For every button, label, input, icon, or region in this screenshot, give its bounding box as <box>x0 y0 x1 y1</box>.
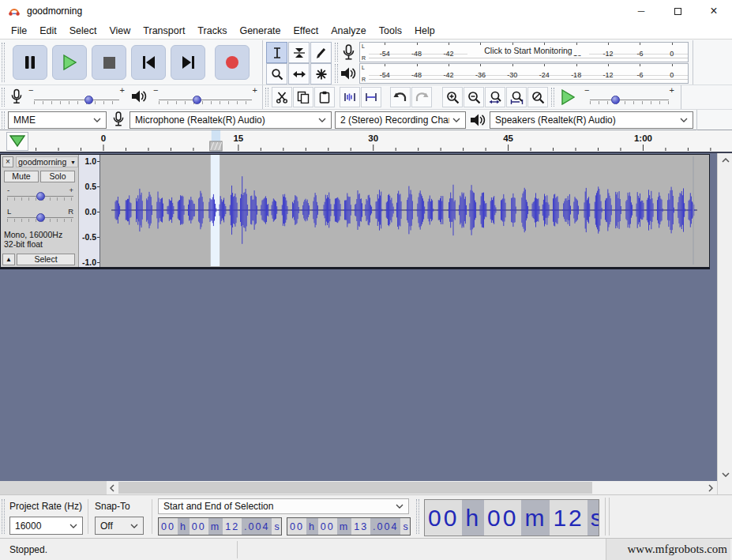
menu-transport[interactable]: Transport <box>137 25 191 36</box>
meter-tick: -30 <box>497 64 528 75</box>
time-shift-tool-button[interactable] <box>288 63 310 85</box>
output-device-combo[interactable]: Speakers (Realtek(R) Audio) <box>490 111 693 129</box>
recording-meter-grip[interactable] <box>335 43 338 62</box>
play-speed-slider[interactable]: −+ <box>584 87 674 107</box>
gain-thumb[interactable] <box>36 192 45 201</box>
trim-audio-button[interactable] <box>340 87 360 107</box>
redo-button[interactable] <box>411 87 432 107</box>
transport-toolbar-grip[interactable] <box>2 43 5 82</box>
zoom-in-button[interactable] <box>442 87 463 107</box>
record-volume-thumb[interactable] <box>84 96 93 104</box>
play-at-speed-grip[interactable] <box>551 88 554 107</box>
menu-tools[interactable]: Tools <box>373 25 408 36</box>
scroll-up-button[interactable] <box>718 153 732 167</box>
input-device-combo[interactable]: Microphone (Realtek(R) Audio) <box>130 111 332 129</box>
pause-button[interactable] <box>13 45 47 80</box>
menu-select[interactable]: Select <box>63 25 103 36</box>
input-channels-combo[interactable]: 2 (Stereo) Recording Chann <box>335 111 466 129</box>
vertical-scrollbar[interactable] <box>717 153 732 481</box>
horizontal-scroll-thumb[interactable] <box>118 482 592 494</box>
paste-button[interactable] <box>314 87 335 107</box>
track-title-menu[interactable]: goodmorning ▼ <box>16 156 78 167</box>
selection-mode-combo[interactable]: Start and End of Selection <box>158 498 409 514</box>
maximize-button[interactable] <box>659 0 696 22</box>
meter-tick: -36 <box>464 64 496 75</box>
playback-meter-grip[interactable] <box>335 64 338 83</box>
envelope-tool-button[interactable] <box>288 42 310 63</box>
multi-tool-button[interactable] <box>310 63 332 85</box>
svg-text:30: 30 <box>368 133 378 143</box>
menu-edit[interactable]: Edit <box>33 25 63 36</box>
playback-volume-slider[interactable]: −+ <box>153 87 257 107</box>
selection-end-time[interactable]: 00h00m13.004s▾ <box>287 517 411 536</box>
chevron-down-icon <box>69 524 77 528</box>
chevron-left-icon <box>110 484 114 492</box>
playback-meter[interactable]: LR -54-48-42-36-30-24-18-12-60 <box>359 63 689 84</box>
chevron-down-icon <box>680 118 688 122</box>
minimize-button[interactable]: ─ <box>623 0 659 22</box>
meter-tick: -6 <box>624 43 655 54</box>
skip-to-start-button[interactable] <box>131 45 166 80</box>
menu-view[interactable]: View <box>103 25 137 36</box>
menu-tracks[interactable]: Tracks <box>191 25 233 36</box>
menu-generate[interactable]: Generate <box>233 25 287 36</box>
time-digit-group: .004 <box>242 518 272 535</box>
solo-button[interactable]: Solo <box>40 171 75 182</box>
pan-thumb[interactable] <box>36 213 45 222</box>
zoom-toggle-button[interactable] <box>527 87 548 107</box>
fit-project-button[interactable] <box>506 87 527 107</box>
draw-tool-button[interactable] <box>310 42 332 63</box>
selection-tool-button[interactable] <box>266 42 287 63</box>
audio-track[interactable]: × goodmorning ▼ Mute Solo - + L R Mono, … <box>0 154 710 269</box>
play-button[interactable] <box>52 45 87 80</box>
monitoring-hint[interactable]: Click to Start Monitoring <box>467 46 589 55</box>
zoom-out-button[interactable] <box>464 87 484 107</box>
menu-help[interactable]: Help <box>408 25 441 36</box>
play-speed-thumb[interactable] <box>611 96 620 104</box>
pinned-play-head-button[interactable] <box>6 132 28 151</box>
recording-meter[interactable]: LR -54-48-42-18-12-60 Click to Start Mon… <box>359 42 689 62</box>
timeline-ruler[interactable]: 01530451:00 <box>0 130 732 153</box>
time-toolbar-grip[interactable] <box>416 499 419 534</box>
play-at-speed-button[interactable] <box>557 87 578 107</box>
pan-slider[interactable]: L R <box>6 207 75 224</box>
menu-file[interactable]: File <box>5 25 33 36</box>
meter-tick: 0 <box>656 64 688 75</box>
horizontal-scrollbar[interactable] <box>0 481 732 494</box>
track-select-button[interactable]: Select <box>17 254 75 265</box>
mute-button[interactable]: Mute <box>4 171 39 182</box>
meter-tick: -48 <box>400 64 432 75</box>
selection-start-time[interactable]: 00h00m12.004s▾ <box>158 517 282 536</box>
menu-effect[interactable]: Effect <box>287 25 325 36</box>
close-button[interactable]: × <box>696 0 732 22</box>
undo-icon <box>393 92 407 103</box>
scroll-right-button[interactable] <box>705 481 716 494</box>
track-collapse-button[interactable]: ▲ <box>2 254 15 265</box>
zoom-tool-button[interactable] <box>266 63 287 85</box>
track-area[interactable]: × goodmorning ▼ Mute Solo - + L R Mono, … <box>0 153 717 481</box>
waveform-display[interactable] <box>100 155 709 267</box>
undo-button[interactable] <box>390 87 411 107</box>
skip-to-end-button[interactable] <box>171 45 205 80</box>
scroll-left-button[interactable] <box>107 481 118 494</box>
cut-button[interactable] <box>272 87 292 107</box>
copy-button[interactable] <box>293 87 313 107</box>
pause-icon <box>24 55 36 70</box>
gain-slider[interactable]: - + <box>6 186 75 203</box>
vertical-scale-ruler[interactable]: 1.00.50.0-0.5-1.0 <box>79 155 100 267</box>
fit-selection-button[interactable] <box>485 87 505 107</box>
track-close-button[interactable]: × <box>2 156 13 167</box>
selection-toolbar-grip[interactable] <box>2 499 5 534</box>
record-volume-slider[interactable]: −+ <box>28 87 125 107</box>
snap-to-combo[interactable]: Off <box>95 517 144 535</box>
record-button[interactable] <box>215 45 250 80</box>
menu-analyze[interactable]: Analyze <box>325 25 372 36</box>
silence-audio-button[interactable] <box>361 87 381 107</box>
audio-host-combo[interactable]: MME <box>8 111 107 129</box>
project-rate-combo[interactable]: 16000 <box>9 517 83 535</box>
stop-button[interactable] <box>92 45 126 80</box>
mixer-toolbar-grip[interactable] <box>2 88 5 107</box>
edit-toolbar-grip[interactable] <box>265 88 268 107</box>
device-toolbar-grip[interactable] <box>2 111 5 129</box>
scroll-down-button[interactable] <box>718 468 732 481</box>
